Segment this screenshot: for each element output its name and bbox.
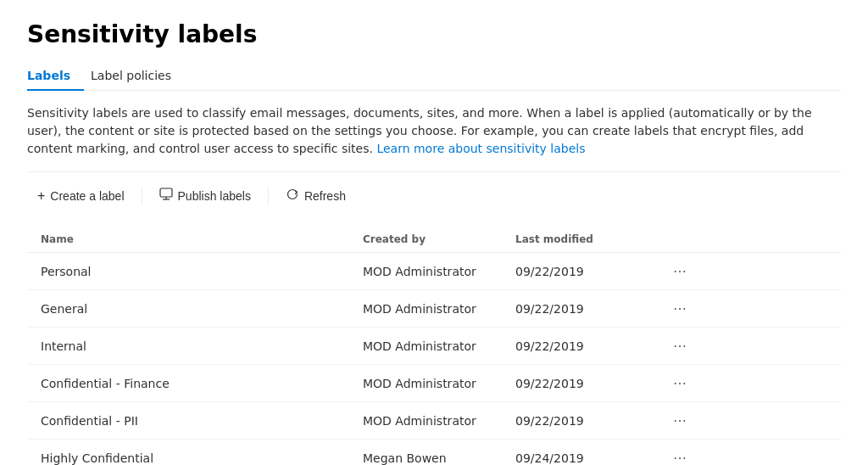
table-row[interactable]: Highly Confidential Megan Bowen 09/24/20… <box>27 440 841 465</box>
toolbar-separator-2 <box>268 188 269 204</box>
cell-created-by: MOD Administrator <box>363 339 515 353</box>
more-actions-button[interactable]: ⋯ <box>668 261 693 281</box>
more-actions-button[interactable]: ⋯ <box>668 411 693 430</box>
cell-actions: ⋯ <box>668 299 719 318</box>
plus-icon: + <box>37 188 45 204</box>
cell-last-modified: 09/22/2019 <box>515 302 668 316</box>
table-row[interactable]: Personal MOD Administrator 09/22/2019 ⋯ <box>27 253 841 290</box>
table-row[interactable]: Internal MOD Administrator 09/22/2019 ⋯ <box>27 328 841 365</box>
table-row[interactable]: Confidential - PII MOD Administrator 09/… <box>27 402 841 440</box>
page-title: Sensitivity labels <box>27 20 841 48</box>
publish-icon <box>159 188 173 204</box>
col-header-last-modified: Last modified <box>515 233 668 245</box>
more-actions-button[interactable]: ⋯ <box>668 448 693 465</box>
cell-actions: ⋯ <box>668 261 719 281</box>
more-actions-button[interactable]: ⋯ <box>668 373 693 393</box>
tab-labels[interactable]: Labels <box>27 62 84 91</box>
cell-last-modified: 09/24/2019 <box>515 451 668 465</box>
cell-created-by: MOD Administrator <box>363 377 515 390</box>
refresh-icon <box>286 188 299 204</box>
table-row[interactable]: General MOD Administrator 09/22/2019 ⋯ <box>27 290 841 328</box>
cell-last-modified: 09/22/2019 <box>515 414 668 428</box>
col-header-actions <box>668 233 719 245</box>
table-header: Name Created by Last modified <box>27 227 841 253</box>
cell-name: Confidential - PII <box>41 414 363 428</box>
refresh-button[interactable]: Refresh <box>275 182 356 210</box>
table-row[interactable]: Confidential - Finance MOD Administrator… <box>27 365 841 402</box>
cell-last-modified: 09/22/2019 <box>515 339 668 353</box>
create-label-button[interactable]: + Create a label <box>27 183 135 209</box>
more-actions-button[interactable]: ⋯ <box>668 336 693 356</box>
more-actions-button[interactable]: ⋯ <box>668 299 693 318</box>
col-header-name: Name <box>41 233 363 245</box>
description-text: Sensitivity labels are used to classify … <box>27 104 841 158</box>
cell-actions: ⋯ <box>668 373 719 393</box>
cell-name: Internal <box>41 339 363 353</box>
toolbar-separator-1 <box>142 188 142 204</box>
toolbar: + Create a label Publish labels Refresh <box>27 171 841 220</box>
cell-last-modified: 09/22/2019 <box>515 265 668 278</box>
cell-name: Confidential - Finance <box>41 377 363 390</box>
cell-created-by: MOD Administrator <box>363 265 515 278</box>
tabs-container: Labels Label policies <box>27 62 841 91</box>
cell-created-by: MOD Administrator <box>363 302 515 316</box>
col-header-created-by: Created by <box>363 233 515 245</box>
cell-actions: ⋯ <box>668 411 719 430</box>
table-body: Personal MOD Administrator 09/22/2019 ⋯ … <box>27 253 841 465</box>
learn-more-link[interactable]: Learn more about sensitivity labels <box>376 142 585 155</box>
tab-label-policies[interactable]: Label policies <box>91 62 185 91</box>
publish-labels-button[interactable]: Publish labels <box>149 182 261 210</box>
cell-created-by: Megan Bowen <box>363 451 515 465</box>
cell-created-by: MOD Administrator <box>363 414 515 428</box>
cell-name: Highly Confidential <box>41 451 363 465</box>
cell-actions: ⋯ <box>668 336 719 356</box>
svg-rect-0 <box>160 188 172 197</box>
cell-name: Personal <box>41 265 363 278</box>
cell-actions: ⋯ <box>668 448 719 465</box>
labels-table: Name Created by Last modified Personal M… <box>27 227 841 465</box>
cell-name: General <box>41 302 363 316</box>
cell-last-modified: 09/22/2019 <box>515 377 668 390</box>
